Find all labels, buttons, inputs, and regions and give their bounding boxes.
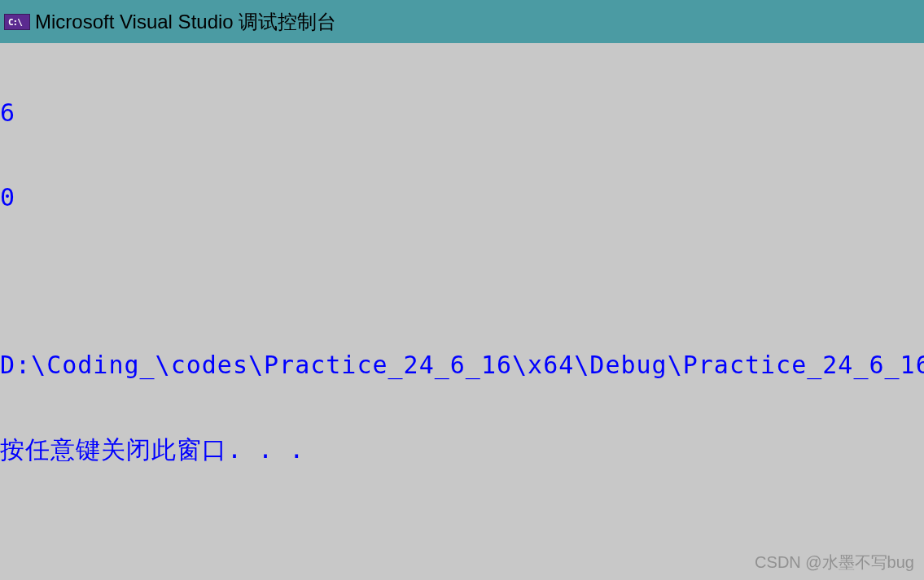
- console-app-icon: C:\: [4, 14, 30, 30]
- output-line: [0, 268, 924, 295]
- output-line: 按任意键关闭此窗口. . .: [0, 436, 924, 464]
- output-line: 6: [0, 99, 924, 128]
- title-bar: C:\ Microsoft Visual Studio 调试控制台: [0, 0, 924, 43]
- watermark-text: CSDN @水墨不写bug: [755, 552, 914, 573]
- window-title: Microsoft Visual Studio 调试控制台: [35, 9, 336, 35]
- svg-text:C:\: C:\: [8, 17, 23, 28]
- output-line: 0: [0, 184, 924, 212]
- output-line: D:\Coding_\codes\Practice_24_6_16\x64\De…: [0, 351, 924, 380]
- console-output-area[interactable]: 6 0 D:\Coding_\codes\Practice_24_6_16\x6…: [0, 43, 924, 492]
